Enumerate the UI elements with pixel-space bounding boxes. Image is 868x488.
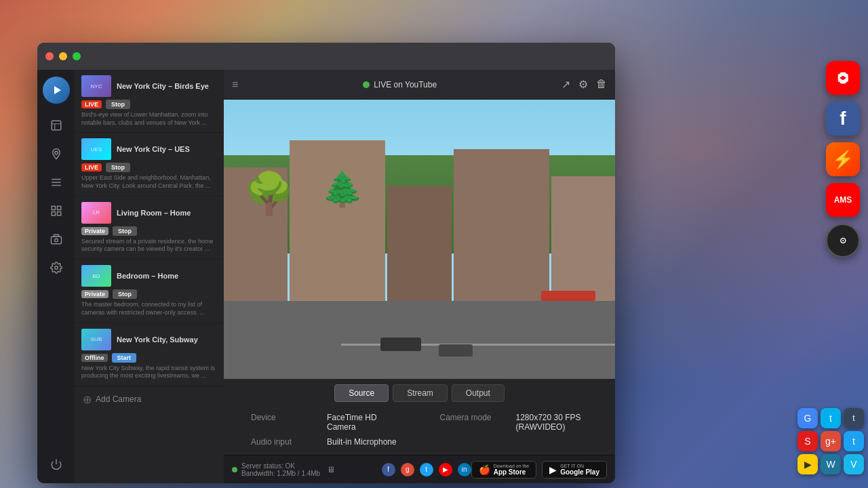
bottom-dock: G t t S g+ t ▶ W V (797, 408, 864, 474)
sidebar-item-power[interactable] (44, 452, 68, 476)
tab-output[interactable]: Output (452, 384, 505, 402)
camera-item-bedroom[interactable]: BD Bedroom – Home Private Stop The maste… (75, 260, 224, 323)
camera-title: New York City – Birds Eye (117, 82, 217, 90)
tab-source[interactable]: Source (334, 384, 389, 402)
sidebar-icons (37, 70, 75, 483)
camera-title: Bedroom – Home (117, 272, 217, 280)
monitor-icon: 🖥 (327, 465, 335, 474)
close-button[interactable] (45, 52, 54, 60)
camera-description: The master bedroom, connected to my list… (81, 301, 217, 317)
stop-button[interactable]: Stop (113, 289, 137, 299)
facebook-dock-icon[interactable]: f (826, 102, 860, 136)
youtube-dock-icon[interactable] (826, 61, 860, 95)
tab-stream[interactable]: Stream (393, 384, 448, 402)
s5-dock-icon[interactable]: ⊙ (826, 224, 860, 258)
svg-rect-11 (57, 212, 60, 216)
stumble-mini-icon[interactable]: S (797, 431, 818, 451)
vimeo-mini-icon[interactable]: V (844, 454, 864, 474)
sidebar-item-camera[interactable] (44, 227, 68, 251)
google-play-badge[interactable]: ▶ GET IT ON Google Play (542, 461, 607, 479)
audio-input-value: Built-in Microphone (327, 437, 397, 447)
maximize-button[interactable] (73, 52, 81, 60)
live-indicator: LIVE on YouTube (363, 80, 437, 89)
wordpress-mini-icon[interactable]: W (821, 454, 841, 474)
tumblr2-mini-icon[interactable]: t (844, 408, 864, 428)
status-badge: Offline (81, 354, 108, 362)
titlebar (37, 43, 615, 70)
camera-description: New York City Subway, the rapid transit … (81, 365, 217, 380)
tab-row: Source Stream Output (224, 379, 615, 407)
sidebar-item-book[interactable] (44, 113, 68, 138)
google-mini-icon[interactable]: G (797, 408, 818, 428)
status-badge: Private (81, 290, 108, 298)
details-grid: Device FaceTime HD Camera Camera mode 12… (224, 407, 615, 455)
camera-thumbnail: NYC (81, 75, 111, 97)
add-camera-button[interactable]: ⊕ Add Camera (75, 386, 224, 413)
camera-description: Secured stream of a private residence, t… (81, 238, 217, 253)
video-preview: 🌳 🌲 (224, 100, 615, 379)
camera-description: Upper East Side and neighborhood. Manhat… (81, 174, 217, 190)
tumblr-mini-icon[interactable]: t (821, 408, 841, 428)
googleplus-social-icon[interactable]: g (401, 463, 414, 476)
camera-item-ues[interactable]: UES New York City – UES LIVE Stop Upper … (75, 133, 224, 196)
device-value: FaceTime HD Camera (327, 413, 399, 432)
status-badge: LIVE (81, 100, 102, 108)
app-logo[interactable] (43, 77, 70, 104)
audio-input-label: Audio input (251, 437, 319, 447)
camera-description: Bird's-eye view of Lower Manhattan, zoom… (81, 111, 217, 127)
apple-icon: 🍎 (479, 464, 490, 475)
svg-point-13 (54, 239, 58, 242)
menu-icon[interactable]: ≡ (232, 79, 238, 91)
app-store-name: App Store (494, 468, 530, 476)
app-store-badge[interactable]: 🍎 Download on the App Store (471, 461, 537, 479)
share-icon[interactable]: ↗ (561, 78, 570, 91)
main-content: ≡ LIVE on YouTube ↗ ⚙ 🗑 (224, 70, 615, 483)
live-dot (363, 81, 370, 88)
facebook-social-icon[interactable]: f (382, 463, 395, 476)
svg-marker-0 (54, 86, 61, 94)
audio-input-row: Audio input Built-in Microphone (251, 437, 399, 447)
bandwidth-text: Bandwidth: 1.2Mb / 1.4Mb (241, 470, 320, 477)
device-row: Device FaceTime HD Camera (251, 413, 399, 432)
camera-item-living-room[interactable]: LR Living Room – Home Private Stop Secur… (75, 197, 224, 260)
status-badge: Private (81, 227, 108, 235)
camera-title: New York City, Subway (117, 336, 217, 344)
ams-dock-icon[interactable]: AMS (826, 183, 860, 217)
server-status: Server status: OK Bandwidth: 1.2Mb / 1.4… (232, 462, 382, 477)
flash-dock-icon[interactable]: ⚡ (826, 142, 860, 176)
store-badges: 🍎 Download on the App Store ▶ GET IT ON … (471, 461, 607, 479)
delete-icon[interactable]: 🗑 (596, 78, 607, 91)
gplus-mini-icon[interactable]: g+ (821, 431, 841, 451)
sidebar-item-location[interactable] (44, 142, 68, 166)
twitter-mini-icon[interactable]: t (844, 431, 864, 451)
youtube-social-icon[interactable]: ▶ (439, 463, 452, 476)
add-icon: ⊕ (83, 393, 92, 406)
stop-button[interactable]: Stop (106, 100, 130, 109)
svg-rect-12 (51, 237, 61, 244)
google-play-sub: GET IT ON (560, 464, 599, 468)
sidebar-item-list[interactable] (44, 170, 68, 195)
youtube-mini-icon[interactable]: ▶ (797, 454, 818, 474)
linkedin-social-icon[interactable]: in (458, 463, 471, 476)
twitter-social-icon[interactable]: t (420, 463, 433, 476)
minimize-button[interactable] (59, 52, 67, 60)
camera-thumbnail: BD (81, 265, 111, 287)
camera-mode-row: Camera mode 868x488 30 FPS (RAWVIDEO) (440, 413, 589, 432)
camera-thumbnail: LR (81, 202, 111, 224)
camera-title: Living Room – Home (117, 209, 217, 217)
camera-title: New York City – UES (117, 145, 217, 153)
bottom-panel: Source Stream Output Device FaceTime HD … (224, 379, 615, 455)
footer: Server status: OK Bandwidth: 1.2Mb / 1.4… (224, 455, 615, 483)
sidebar-item-grid[interactable] (44, 199, 68, 223)
camera-thumbnail: UES (81, 138, 111, 160)
camera-item-birds-eye[interactable]: NYC New York City – Birds Eye LIVE Stop … (75, 70, 224, 133)
camera-item-subway[interactable]: SUB New York City, Subway Offline Start … (75, 323, 224, 386)
sidebar-item-settings[interactable] (44, 256, 68, 280)
stop-button[interactable]: Stop (106, 163, 130, 172)
svg-rect-10 (52, 212, 55, 216)
play-icon: ▶ (549, 464, 557, 475)
live-label: LIVE on YouTube (374, 80, 437, 89)
stop-button[interactable]: Stop (113, 226, 137, 236)
start-button[interactable]: Start (112, 353, 137, 363)
settings-icon[interactable]: ⚙ (578, 78, 588, 91)
